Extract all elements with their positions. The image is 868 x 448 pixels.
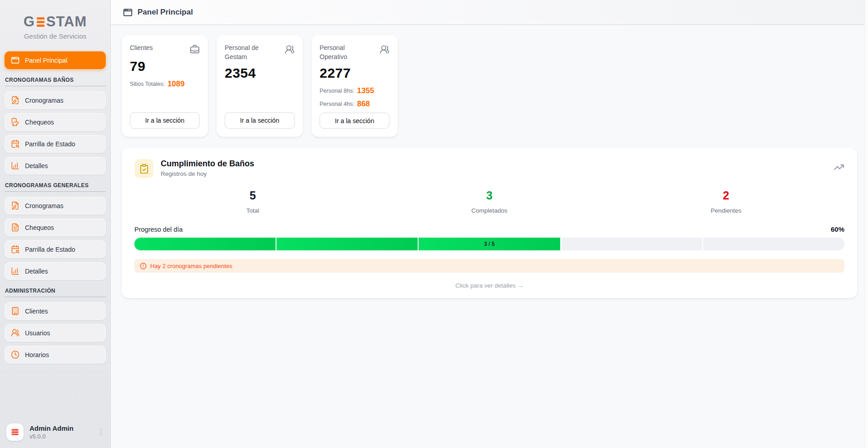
details-link[interactable]: Click para ver detalles → xyxy=(134,282,844,289)
sidebar-item-label: Cronogramas xyxy=(25,202,64,209)
menu-bars-icon xyxy=(10,428,20,437)
sidebar-item-label: Parrilla de Estado xyxy=(25,140,75,148)
sidebar-section-cronogramas-ba-os: CRONOGRAMAS BAÑOSCronogramasChequeosParr… xyxy=(5,77,106,174)
section-divider xyxy=(5,191,106,192)
circle-alert-icon-wrap xyxy=(140,263,147,269)
progress-segment xyxy=(560,238,702,250)
stat-value: 3 xyxy=(371,189,607,202)
clipboard-check-icon-badge xyxy=(134,159,153,178)
compliance-title: Cumplimiento de Baños xyxy=(161,159,254,169)
file-pen-icon xyxy=(11,96,20,105)
pending-alert-banner: Hay 2 cronogramas pendientes xyxy=(134,259,844,273)
compliance-stat-completados: 3Completados xyxy=(371,189,607,214)
page-title: Panel Principal xyxy=(138,8,193,17)
app-window-icon xyxy=(123,8,133,17)
app-window-icon xyxy=(11,56,20,65)
page-header: Panel Principal xyxy=(111,0,868,25)
progress-percent: 60% xyxy=(831,225,844,233)
sidebar-item-label: Chequeos xyxy=(25,119,54,126)
sidebar-item-label: Detalles xyxy=(25,162,48,169)
main-area: Panel Principal Clientes79Sitios Totales… xyxy=(111,0,868,298)
compliance-stat-total: 5Total xyxy=(134,189,371,214)
sidebar-item-cronogramas[interactable]: Cronogramas xyxy=(5,91,106,109)
file-text-icon xyxy=(11,223,20,232)
user-menu-button[interactable] xyxy=(97,428,105,436)
stat-card-value: 2277 xyxy=(320,65,390,81)
sidebar-item-panel-principal[interactable]: Panel Principal xyxy=(5,51,106,69)
app-version: v5.0.0 xyxy=(30,433,74,440)
compliance-stats-row: 5Total3Completados2Pendientes xyxy=(134,189,844,214)
chart-column-icon xyxy=(11,161,20,170)
compliance-subtitle: Registros de hoy xyxy=(161,170,254,177)
toilet-icon xyxy=(11,118,20,126)
stat-value: 2 xyxy=(608,189,844,202)
stat-card-detail: Sitios Totales:1089 xyxy=(130,80,200,89)
stat-card-title: Clientes xyxy=(130,44,153,53)
stat-card-personal-operativo: Personal Operativo2277Personal 8hs:1355P… xyxy=(311,35,398,137)
trending-up-icon xyxy=(833,162,844,173)
sidebar-item-detalles[interactable]: Detalles xyxy=(5,157,106,174)
compliance-stat-pendientes: 2Pendientes xyxy=(608,189,844,214)
user-card[interactable]: Admin Admin v5.0.0 xyxy=(6,423,105,441)
building-icon xyxy=(11,307,20,315)
sidebar-item-cronogramas[interactable]: Cronogramas xyxy=(5,197,106,214)
stat-card-details: Personal 8hs:1355Personal 4hs:868 xyxy=(320,86,390,113)
detail-value: 1089 xyxy=(168,80,185,89)
sidebar-item-label: Horarios xyxy=(25,351,49,358)
logo-tagline: Gestión de Servicios xyxy=(0,32,110,40)
detail-label: Sitios Totales: xyxy=(130,81,165,87)
sidebar-nav: Panel PrincipalCRONOGRAMAS BAÑOSCronogra… xyxy=(0,40,110,363)
users-round-icon xyxy=(285,45,295,55)
section-divider xyxy=(5,86,106,86)
sidebar-section-label: CRONOGRAMAS GENERALES xyxy=(5,182,106,189)
stat-card-header: Personal de Gestam xyxy=(225,44,295,61)
page-header-icon-wrap xyxy=(123,8,133,17)
sidebar-item-clientes[interactable]: Clientes xyxy=(5,302,106,320)
stat-card-header: Personal Operativo xyxy=(320,44,390,61)
app-root: G STAM Gestión de Servicios Panel Princi… xyxy=(0,0,868,298)
sidebar-item-chequeos[interactable]: Chequeos xyxy=(5,113,106,131)
sidebar-item-usuarios[interactable]: Usuarios xyxy=(5,324,106,342)
briefcase-icon xyxy=(190,45,200,55)
calendar-search-icon xyxy=(11,139,20,148)
compliance-header: Cumplimiento de Baños Registros de hoy xyxy=(134,159,844,178)
clipboard-check-icon xyxy=(139,164,149,174)
sidebar-item-chequeos[interactable]: Chequeos xyxy=(5,219,106,236)
sidebar-section-label: CRONOGRAMAS BAÑOS xyxy=(5,77,106,83)
compliance-titles: Cumplimiento de Baños Registros de hoy xyxy=(161,159,254,177)
go-to-section-button[interactable]: Ir a la sección xyxy=(225,112,295,129)
logo-e-bars-icon xyxy=(37,17,44,27)
logo: G STAM Gestión de Servicios xyxy=(0,0,110,40)
stat-card-detail: Personal 8hs:1355 xyxy=(320,86,390,95)
progress-segment: 3 / 5 xyxy=(418,238,560,250)
stat-card-detail: Personal 4hs:868 xyxy=(320,100,390,109)
sidebar-item-parrilla-de-estado[interactable]: Parrilla de Estado xyxy=(5,135,106,153)
sidebar-item-detalles[interactable]: Detalles xyxy=(5,262,106,280)
clock-icon xyxy=(11,350,20,359)
user-name: Admin Admin xyxy=(30,424,74,432)
scrollbar-track[interactable] xyxy=(864,0,868,448)
sidebar-section-administraci-n: ADMINISTRACIÓNClientesUsuariosHorarios xyxy=(5,288,106,363)
progress-bar: 3 / 5 xyxy=(134,238,844,250)
sidebar-item-parrilla-de-estado[interactable]: Parrilla de Estado xyxy=(5,240,106,258)
sidebar-item-horarios[interactable]: Horarios xyxy=(5,346,106,363)
progress-segment xyxy=(276,238,418,250)
sidebar-item-label: Parrilla de Estado xyxy=(25,246,75,253)
detail-value: 1355 xyxy=(357,86,374,95)
sidebar-item-label: Usuarios xyxy=(25,329,50,337)
user-avatar xyxy=(6,423,24,441)
stat-label: Pendientes xyxy=(608,207,844,214)
detail-label: Personal 4hs: xyxy=(320,101,354,107)
progress-segment xyxy=(702,238,844,250)
go-to-section-button[interactable]: Ir a la sección xyxy=(130,112,200,129)
detail-label: Personal 8hs: xyxy=(320,88,354,94)
trending-up-icon-wrap xyxy=(833,159,844,173)
users-round-icon xyxy=(380,45,390,55)
compliance-card[interactable]: Cumplimiento de Baños Registros de hoy 5… xyxy=(122,148,857,298)
sidebar-item-label: Cronogramas xyxy=(25,97,64,104)
go-to-section-button[interactable]: Ir a la sección xyxy=(320,113,390,129)
stat-card-personal-de-gestam: Personal de Gestam2354Ir a la sección xyxy=(217,35,303,137)
detail-value: 868 xyxy=(357,100,370,109)
sidebar-item-label: Clientes xyxy=(25,308,48,315)
sidebar: G STAM Gestión de Servicios Panel Princi… xyxy=(0,0,111,448)
